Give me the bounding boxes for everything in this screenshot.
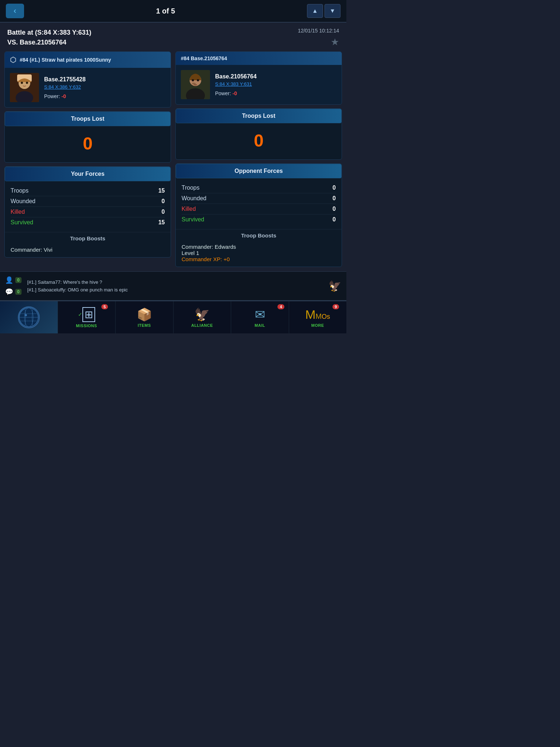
left-survived-row: Survived 15 bbox=[11, 217, 165, 228]
more-label: MORE bbox=[311, 323, 324, 328]
alliance-logo-icon[interactable]: 🦅 bbox=[328, 280, 341, 292]
missions-icon-wrapper: ✓ ⊞ bbox=[78, 307, 95, 322]
back-button[interactable]: ‹ bbox=[6, 4, 24, 18]
nav-item-alliance[interactable]: 🦅 ALLIANCE bbox=[174, 301, 232, 333]
alliance-icon: 🦅 bbox=[194, 307, 210, 322]
right-troop-boosts: Troop Boosts bbox=[176, 229, 342, 241]
right-troops-val: 0 bbox=[332, 185, 336, 191]
left-alliance-header: ⬡ #84 (#1.) Straw hat pirates 1000Sunny bbox=[5, 52, 171, 68]
message-icon: 💬 bbox=[5, 288, 13, 296]
left-troops-val: 15 bbox=[158, 187, 165, 194]
left-killed-val: 0 bbox=[162, 209, 165, 215]
mail-badge: 4 bbox=[277, 304, 284, 309]
left-commander-info: Commander: Vivi bbox=[5, 244, 171, 257]
nav-item-missions[interactable]: 5 ✓ ⊞ MISSIONS bbox=[58, 301, 116, 333]
right-troops-lost-panel: Troops Lost 0 bbox=[175, 108, 342, 160]
right-troops-lost-value: 0 bbox=[176, 123, 342, 159]
right-troops-row: Troops 0 bbox=[182, 183, 336, 193]
right-wounded-row: Wounded 0 bbox=[182, 193, 336, 204]
right-player-card: #84 Base.21056764 Base. bbox=[175, 51, 342, 105]
left-power-label: Power: bbox=[44, 93, 60, 99]
left-player-coords[interactable]: S:84 X:386 Y:632 bbox=[44, 84, 166, 90]
favorite-star-icon[interactable]: ★ bbox=[331, 36, 339, 48]
left-troops-lost-header: Troops Lost bbox=[5, 112, 171, 126]
right-commander-level: Level 1 bbox=[182, 250, 336, 256]
message-chat-badge: 0 bbox=[15, 289, 22, 295]
left-forces-panel: Your Forces Troops 15 Wounded 0 Killed 0… bbox=[4, 166, 171, 258]
svg-point-10 bbox=[197, 79, 199, 81]
chat-message-icon-row: 💬 0 bbox=[5, 288, 22, 296]
right-player-body: Base.21056764 S:84 X:383 Y:631 Power: -0 bbox=[176, 65, 342, 104]
bottom-navigation: 5 ✓ ⊞ MISSIONS 📦 ITEMS 🦅 ALLIANCE 4 ✉ MA… bbox=[0, 301, 346, 333]
battle-title: Battle at (S:84 X:383 Y:631) VS. Base.21… bbox=[7, 28, 91, 47]
battle-date: 12/01/15 10:12:14 bbox=[298, 28, 339, 34]
nav-item-map[interactable] bbox=[0, 301, 58, 333]
right-commander-xp: Commander XP: +0 bbox=[182, 256, 336, 262]
left-player-body: Base.21755428 S:84 X:386 Y:632 Power: -0 bbox=[5, 68, 171, 107]
up-arrow-button[interactable]: ▲ bbox=[307, 4, 323, 18]
items-label: ITEMS bbox=[138, 323, 151, 328]
battle-meta: 12/01/15 10:12:14 ★ bbox=[298, 28, 339, 48]
left-wounded-val: 0 bbox=[162, 198, 165, 205]
left-alliance-name: #84 (#1.) Straw hat pirates 1000Sunny bbox=[20, 57, 111, 63]
left-panel: ⬡ #84 (#1.) Straw hat pirates 1000Sunny bbox=[4, 51, 171, 267]
nav-item-items[interactable]: 📦 ITEMS bbox=[116, 301, 174, 333]
right-wounded-label: Wounded bbox=[182, 195, 206, 202]
left-power-value: -0 bbox=[61, 93, 66, 99]
player-chat-badge: 0 bbox=[15, 277, 22, 283]
right-forces-panel: Opponent Forces Troops 0 Wounded 0 Kille… bbox=[175, 163, 342, 267]
right-player-info: Base.21056764 S:84 X:383 Y:631 Power: -0 bbox=[215, 73, 337, 96]
check-icon: ✓ bbox=[78, 311, 82, 317]
back-icon: ‹ bbox=[13, 6, 16, 16]
left-troop-boosts: Troop Boosts bbox=[5, 232, 171, 244]
chat-bar: 👤 0 💬 0 [#1.] Saitama77: Where's the hiv… bbox=[0, 271, 346, 301]
right-killed-val: 0 bbox=[332, 206, 336, 212]
right-survived-label: Survived bbox=[182, 216, 204, 223]
left-killed-label: Killed bbox=[11, 209, 25, 215]
top-navigation: ‹ 1 of 5 ▲ ▼ bbox=[0, 0, 346, 23]
left-troops-lost-panel: Troops Lost 0 bbox=[4, 111, 171, 163]
map-globe-icon bbox=[18, 306, 40, 328]
svg-point-9 bbox=[192, 79, 194, 81]
missions-label: MISSIONS bbox=[76, 324, 97, 328]
right-killed-label: Killed bbox=[182, 206, 196, 212]
items-icon: 📦 bbox=[137, 307, 152, 322]
left-player-avatar bbox=[10, 73, 39, 102]
alliance-label: ALLIANCE bbox=[191, 323, 213, 328]
right-player-header-name: #84 Base.21056764 bbox=[181, 55, 227, 61]
player-icon: 👤 bbox=[5, 276, 13, 284]
right-power-value: -0 bbox=[232, 90, 237, 96]
nav-item-mail[interactable]: 4 ✉ MAIL bbox=[231, 301, 289, 333]
left-troops-row: Troops 15 bbox=[11, 186, 165, 196]
left-forces-table: Troops 15 Wounded 0 Killed 0 Survived 15 bbox=[5, 181, 171, 232]
right-player-header: #84 Base.21056764 bbox=[176, 52, 342, 65]
left-wounded-label: Wounded bbox=[11, 198, 35, 205]
navigation-arrows: ▲ ▼ bbox=[307, 4, 341, 18]
right-killed-row: Killed 0 bbox=[182, 204, 336, 214]
more-badge: 9 bbox=[332, 304, 339, 309]
nav-item-more[interactable]: 9 MMOs MORE bbox=[289, 301, 347, 333]
chat-icons: 👤 0 💬 0 bbox=[5, 276, 22, 296]
svg-point-4 bbox=[21, 82, 23, 84]
right-player-avatar bbox=[181, 70, 210, 99]
more-icon: MMOs bbox=[305, 307, 330, 322]
missions-badge: 5 bbox=[101, 304, 108, 309]
left-survived-val: 15 bbox=[158, 219, 165, 226]
left-forces-header: Your Forces bbox=[5, 167, 171, 181]
down-arrow-button[interactable]: ▼ bbox=[324, 4, 341, 18]
right-player-coords[interactable]: S:84 X:383 Y:631 bbox=[215, 81, 337, 87]
right-troops-label: Troops bbox=[182, 185, 199, 191]
right-forces-header: Opponent Forces bbox=[176, 164, 342, 178]
right-player-name: Base.21056764 bbox=[215, 73, 337, 80]
right-power-label: Power: bbox=[215, 90, 231, 96]
mail-label: MAIL bbox=[254, 323, 265, 328]
mail-icon: ✉ bbox=[255, 307, 265, 322]
right-survived-val: 0 bbox=[332, 216, 336, 223]
svg-point-5 bbox=[26, 82, 28, 84]
left-player-info: Base.21755428 S:84 X:386 Y:632 Power: -0 bbox=[44, 76, 166, 99]
left-troops-lost-value: 0 bbox=[5, 126, 171, 162]
right-wounded-val: 0 bbox=[332, 195, 336, 202]
chat-message-1: [#1.] Saitama77: Where's the hive ? bbox=[27, 278, 323, 286]
right-panel: #84 Base.21056764 Base. bbox=[175, 51, 342, 267]
missions-grid-icon: ⊞ bbox=[82, 307, 95, 322]
